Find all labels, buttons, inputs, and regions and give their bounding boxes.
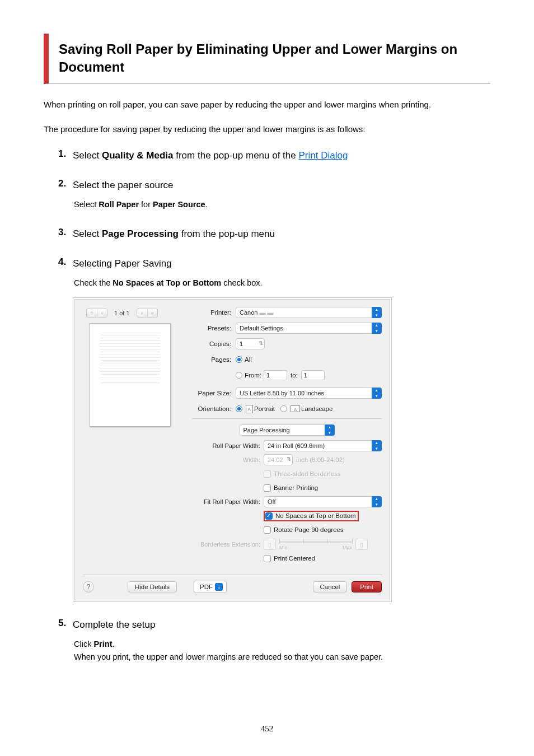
prev-page-icon: ‹ — [97, 309, 107, 317]
no-spaces-text: No Spaces at Top or Bottom — [275, 512, 356, 519]
chevron-updown-icon — [372, 496, 382, 507]
page-nav-next-group[interactable]: › » — [137, 309, 158, 318]
printer-label: Printer: — [192, 309, 236, 316]
portrait-text: Portrait — [254, 405, 275, 412]
last-page-icon: » — [147, 309, 157, 317]
paper-size-select[interactable]: US Letter 8.50 by 11.00 inches — [236, 388, 382, 399]
width-unit: inch (8.00-24.02) — [296, 456, 345, 463]
step4-body-bold: No Spaces at Top or Bottom — [113, 278, 221, 287]
hide-details-button[interactable]: Hide Details — [128, 581, 177, 592]
step2-body-b1: Roll Paper — [99, 200, 139, 209]
fit-roll-select[interactable]: Off — [264, 496, 382, 507]
presets-select[interactable]: Default Settings — [236, 323, 382, 334]
print-dialog-link[interactable]: Print Dialog — [298, 150, 348, 161]
portrait-radio[interactable] — [236, 405, 242, 412]
print-centered-checkbox[interactable] — [264, 555, 271, 562]
step5-body-bold: Print — [93, 640, 112, 648]
borderless-ext-label: Borderless Extension: — [192, 541, 264, 548]
roll-paper-width-label: Roll Paper Width: — [192, 442, 264, 449]
step2-body-pre: Select — [74, 200, 99, 209]
first-page-icon: « — [87, 309, 97, 317]
printer-select[interactable]: Canon ▬ ▬ — [236, 307, 382, 318]
page-number: 452 — [0, 724, 534, 734]
presets-value: Default Settings — [236, 323, 382, 334]
copies-label: Copies: — [192, 340, 236, 347]
step2-title: Select the paper source — [73, 178, 490, 193]
portrait-icon: A — [246, 405, 253, 413]
step5-body-line2: When you print, the upper and lower marg… — [74, 652, 383, 661]
printer-value: Canon — [240, 309, 257, 316]
slider-max-label: Max — [343, 545, 352, 550]
pdf-button[interactable]: PDF ⌄ — [194, 581, 227, 593]
step2-body-mid: for — [139, 200, 153, 209]
cancel-button[interactable]: Cancel — [313, 581, 348, 592]
to-label: to: — [291, 372, 298, 379]
print-button[interactable]: Print — [352, 581, 382, 592]
chevron-down-icon: ⌄ — [215, 583, 223, 591]
step-1: Select Quality & Media from the pop-up m… — [58, 148, 490, 163]
step2-body-b2: Paper Source — [153, 200, 205, 209]
landscape-radio[interactable] — [280, 405, 287, 412]
width-label: Width: — [192, 456, 264, 463]
roll-paper-width-value: 24 in Roll (609.6mm) — [264, 440, 382, 451]
banner-checkbox[interactable] — [264, 484, 271, 492]
slider-min-label: Min — [279, 545, 288, 550]
pdf-label: PDF — [200, 584, 213, 590]
presets-label: Presets: — [192, 325, 236, 332]
to-input[interactable] — [301, 370, 325, 380]
intro-paragraph-1: When printing on roll paper, you can sav… — [44, 99, 490, 111]
paper-size-value: US Letter 8.50 by 11.00 inches — [236, 388, 382, 399]
section-value: Page Processing — [240, 424, 335, 436]
pages-all-text: All — [245, 356, 252, 363]
step4-body-pre: Check the — [74, 278, 113, 287]
chevron-updown-icon — [372, 307, 382, 318]
page-nav-prev-group[interactable]: « ‹ — [86, 309, 107, 318]
chevron-updown-icon — [325, 424, 335, 436]
rotate90-checkbox[interactable] — [264, 526, 271, 534]
step3-post: from the pop-up menu — [179, 228, 275, 239]
banner-text: Banner Printing — [274, 484, 318, 491]
orientation-label: Orientation: — [192, 405, 236, 412]
chevron-updown-icon — [372, 323, 382, 334]
step4-body-post: check box. — [221, 278, 262, 287]
no-spaces-highlight: No Spaces at Top or Bottom — [264, 511, 359, 521]
three-sided-text: Three-sided Borderless — [274, 470, 341, 477]
page-title-block: Saving Roll Paper by Eliminating Upper a… — [44, 34, 490, 84]
from-label: From: — [245, 372, 261, 379]
extension-min-icon: ▯ — [264, 539, 276, 550]
copies-stepper[interactable]: 1 — [236, 338, 265, 349]
step5-body-post: . — [112, 640, 114, 648]
print-centered-text: Print Centered — [274, 555, 315, 562]
three-sided-checkbox — [264, 470, 271, 478]
roll-paper-width-select[interactable]: 24 in Roll (609.6mm) — [264, 440, 382, 451]
page-counter: 1 of 1 — [111, 310, 133, 316]
step5-title: Complete the setup — [73, 618, 490, 632]
borderless-slider: Min Max — [279, 541, 352, 550]
step-2: Select the paper source Select Roll Pape… — [58, 178, 490, 211]
landscape-text: Landscape — [301, 405, 332, 412]
next-page-icon: › — [137, 309, 147, 317]
no-spaces-checkbox[interactable] — [265, 512, 273, 520]
step5-body-pre: Click — [74, 640, 93, 648]
width-stepper: 24.02 — [264, 454, 293, 465]
page-preview-thumbnail — [90, 323, 171, 427]
paper-size-label: Paper Size: — [192, 390, 236, 396]
rotate90-text: Rotate Page 90 degrees — [274, 526, 344, 533]
pages-range-radio[interactable] — [236, 372, 242, 379]
pages-label: Pages: — [192, 356, 236, 363]
page-title: Saving Roll Paper by Eliminating Upper a… — [59, 40, 490, 77]
help-button[interactable]: ? — [83, 581, 94, 592]
step4-title: Selecting Paper Saving — [73, 256, 490, 271]
intro-paragraph-2: The procedure for saving paper by reduci… — [44, 123, 490, 136]
step3-bold: Page Processing — [102, 228, 179, 239]
landscape-icon: A — [291, 405, 300, 412]
step-5: Complete the setup Click Print. When you… — [58, 618, 490, 664]
from-input[interactable] — [264, 370, 287, 380]
section-select[interactable]: Page Processing — [240, 424, 335, 436]
step-3: Select Page Processing from the pop-up m… — [58, 227, 490, 241]
pages-all-radio[interactable] — [236, 356, 242, 363]
step2-body-post: . — [205, 200, 208, 209]
chevron-updown-icon — [372, 440, 382, 451]
print-dialog-screenshot: « ‹ 1 of 1 › » — [73, 297, 392, 602]
extension-max-icon: ▯ — [355, 539, 368, 550]
